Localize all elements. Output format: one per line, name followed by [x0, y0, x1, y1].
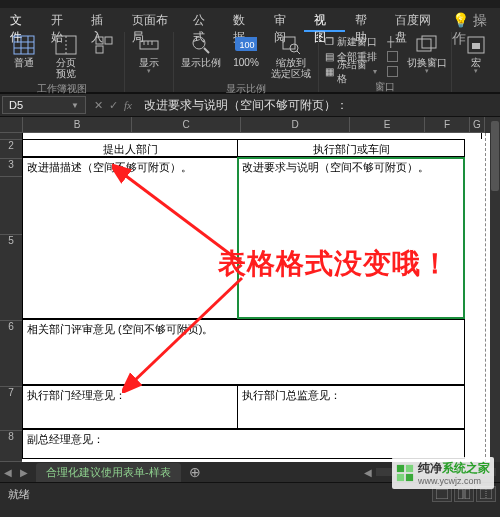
new-window-button[interactable]: ❐新建窗口: [323, 34, 379, 49]
scrollbar-thumb[interactable]: [491, 121, 499, 191]
tab-nav-next[interactable]: ▶: [16, 467, 32, 478]
unhide-button[interactable]: [385, 64, 400, 79]
row-header-3[interactable]: 3: [0, 159, 23, 178]
svg-point-19: [290, 44, 298, 52]
svg-line-20: [297, 51, 300, 54]
worksheet-area: B C D E F G 2 3 5 6 7 8 提出人部门: [0, 117, 500, 462]
cell-desc-left[interactable]: 改进描描述（空间不够可附页）。: [22, 157, 238, 319]
ribbon: 普通 分页 预览 工作簿视图 显示 ▾ 显示比例: [0, 32, 500, 93]
cells-grid[interactable]: 提出人部门 执行部门或车间 改进描描述（空间不够可附页）。 改进要求与说明（空间…: [22, 133, 490, 462]
hundred-percent-icon: 100: [235, 34, 257, 56]
chevron-down-icon: ▼: [71, 101, 79, 110]
row-header-4[interactable]: [0, 177, 23, 235]
cancel-formula-button[interactable]: ✕: [94, 99, 103, 112]
hide-button[interactable]: [385, 49, 400, 64]
grid-icon: [13, 34, 35, 56]
page-layout-icon: [93, 34, 115, 56]
split-button[interactable]: ┼: [385, 34, 400, 49]
menu-bar: 文件 开始 插入 页面布局 公式 数据 审阅 视图 帮助 百度网盘 💡 操作: [0, 8, 500, 32]
svg-rect-8: [105, 37, 112, 44]
svg-text:100: 100: [239, 40, 254, 50]
svg-rect-29: [465, 489, 470, 499]
checkbox-icon: [387, 51, 398, 62]
formula-input[interactable]: 改进要求与说明（空间不够可附页）：: [138, 94, 500, 116]
cell-review[interactable]: 相关部门评审意见 (空间不够可附页)。: [22, 319, 465, 385]
column-headers: B C D E F G: [0, 117, 490, 133]
menu-layout[interactable]: 页面布局: [122, 8, 183, 32]
sheet-tab-1[interactable]: 合理化建议使用表单-样表: [36, 463, 181, 482]
tab-nav-prev[interactable]: ◀: [0, 467, 16, 478]
custom-view-button[interactable]: [88, 32, 120, 59]
row-header-5[interactable]: 5: [0, 235, 23, 321]
page-break-icon: [55, 34, 77, 56]
switch-windows-button[interactable]: 切换窗口 ▾: [406, 32, 447, 76]
menu-review[interactable]: 审阅: [264, 8, 305, 32]
split-icon: ┼: [387, 36, 394, 47]
menu-insert[interactable]: 插入: [81, 8, 122, 32]
cell-hdr-right[interactable]: 执行部门或车间: [237, 139, 465, 157]
chevron-down-icon: ▾: [425, 68, 429, 74]
normal-view-button[interactable]: 普通: [4, 32, 44, 70]
watermark: 纯净系统之家 www.ycwjz.com: [392, 457, 494, 489]
menu-baidu[interactable]: 百度网盘: [385, 8, 446, 32]
zoom-button[interactable]: 显示比例: [178, 32, 224, 70]
menu-view[interactable]: 视图: [304, 8, 345, 32]
svg-rect-35: [406, 474, 413, 481]
freeze-panes-button[interactable]: ▦冻结窗格▾: [323, 64, 379, 79]
svg-rect-10: [140, 41, 158, 49]
enter-formula-button[interactable]: ✓: [109, 99, 118, 112]
menu-home[interactable]: 开始: [41, 8, 82, 32]
svg-rect-21: [417, 39, 431, 51]
col-header-F[interactable]: F: [425, 117, 470, 133]
macro-icon: [465, 34, 487, 56]
page-break-line: [485, 133, 486, 462]
macros-button[interactable]: 宏 ▾: [456, 32, 496, 76]
insert-function-button[interactable]: fx: [124, 99, 132, 111]
vertical-scrollbar[interactable]: [490, 117, 500, 462]
zoom-to-selection-button[interactable]: 缩放到 选定区域: [268, 32, 314, 81]
row-header-8[interactable]: 8: [0, 431, 23, 462]
zoom-selection-icon: [280, 34, 302, 56]
menu-help[interactable]: 帮助: [345, 8, 386, 32]
magnifier-icon: [190, 34, 212, 56]
col-header-E[interactable]: E: [350, 117, 425, 133]
hscroll-left[interactable]: ◀: [360, 467, 376, 478]
svg-rect-24: [472, 43, 480, 49]
freeze-icon: ▦: [325, 66, 334, 77]
menu-data[interactable]: 数据: [223, 8, 264, 32]
svg-rect-9: [96, 46, 103, 53]
svg-rect-0: [14, 36, 34, 54]
svg-rect-32: [397, 465, 404, 472]
formula-bar: D5 ▼ ✕ ✓ fx 改进要求与说明（空间不够可附页）：: [0, 93, 500, 117]
zoom-100-button[interactable]: 100 100%: [226, 32, 266, 70]
watermark-logo-icon: [396, 464, 414, 482]
switch-window-icon: [416, 34, 438, 56]
col-header-C[interactable]: C: [132, 117, 241, 133]
cell-desc-right[interactable]: 改进要求与说明（空间不够可附页）。: [237, 157, 465, 319]
checkbox-icon: [387, 66, 398, 77]
cell-mgr-left[interactable]: 执行部门经理意见：: [22, 385, 238, 429]
row-header-6[interactable]: 6: [0, 321, 23, 387]
new-sheet-button[interactable]: ⊕: [181, 464, 209, 480]
chevron-down-icon: ▾: [147, 68, 151, 74]
row-header-2[interactable]: 2: [0, 140, 23, 159]
cell-vp[interactable]: 副总经理意见：: [22, 429, 465, 459]
show-button[interactable]: 显示 ▾: [129, 32, 169, 76]
menu-formula[interactable]: 公式: [183, 8, 224, 32]
menu-file[interactable]: 文件: [0, 8, 41, 32]
tell-me-search[interactable]: 💡 操作: [446, 8, 500, 32]
row-headers: 2 3 5 6 7 8: [0, 133, 22, 462]
ruler-icon: [138, 34, 160, 56]
name-box[interactable]: D5 ▼: [2, 96, 86, 114]
row-header-7[interactable]: 7: [0, 387, 23, 431]
col-header-D[interactable]: D: [241, 117, 350, 133]
svg-line-15: [204, 48, 209, 53]
cell-hdr-left[interactable]: 提出人部门: [22, 139, 238, 157]
svg-rect-33: [406, 465, 413, 472]
select-all-corner[interactable]: [0, 117, 23, 133]
page-break-preview-button[interactable]: 分页 预览: [46, 32, 86, 81]
cell-mgr-right[interactable]: 执行部门总监意见：: [237, 385, 465, 429]
new-window-icon: ❐: [325, 36, 334, 47]
col-header-B[interactable]: B: [23, 117, 132, 133]
col-header-G[interactable]: G: [470, 117, 485, 133]
